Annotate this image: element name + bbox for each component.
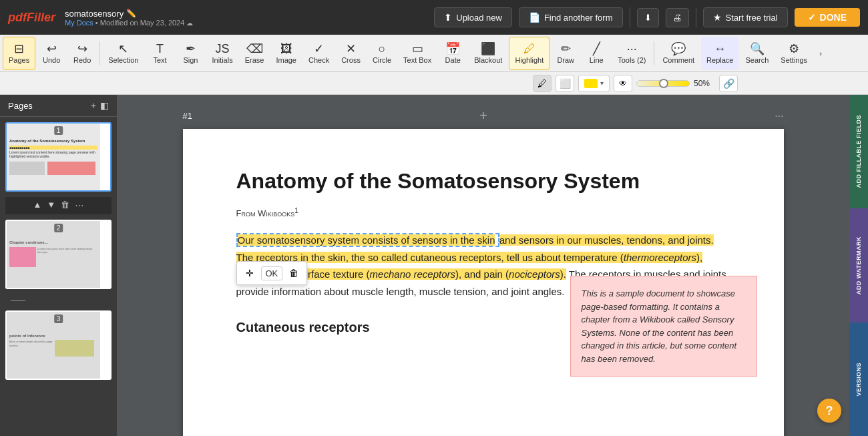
link-btn[interactable]: 🔗 bbox=[719, 75, 738, 92]
opacity-slider[interactable] bbox=[636, 80, 690, 87]
print-button[interactable]: 🖨 bbox=[666, 8, 689, 27]
check-label: Check bbox=[308, 56, 329, 64]
undo-tool[interactable]: ↩ Undo bbox=[37, 37, 66, 70]
settings-tool[interactable]: ⚙ Settings bbox=[775, 37, 813, 70]
versions-tab[interactable]: VERSIONS bbox=[849, 322, 868, 436]
textbox-label: Text Box bbox=[403, 56, 431, 64]
blackout-tool[interactable]: ⬛ Blackout bbox=[469, 37, 507, 70]
page-thumb-3[interactable]: points of Inference More content details… bbox=[5, 310, 112, 380]
page-down-btn[interactable]: ▼ bbox=[47, 200, 55, 212]
draw-tool[interactable]: ✏ Draw bbox=[551, 37, 580, 70]
tools-label: Tools (2) bbox=[618, 56, 646, 64]
page-up-btn[interactable]: ▲ bbox=[33, 200, 41, 212]
color-swatch bbox=[584, 79, 598, 88]
page-list: Anatomy of the Somatosensory System ■■■■… bbox=[0, 117, 117, 436]
erase-tool[interactable]: ⌫ Erase bbox=[240, 37, 270, 70]
date-label: Date bbox=[445, 56, 461, 64]
page-more-btn[interactable]: ··· bbox=[75, 200, 83, 212]
blackout-icon: ⬛ bbox=[481, 43, 495, 55]
initials-icon: JS bbox=[216, 43, 230, 55]
help-button[interactable]: ? bbox=[817, 399, 841, 423]
doc-title-text: somatosensory bbox=[65, 9, 124, 19]
redo-tool[interactable]: ↪ Redo bbox=[67, 37, 97, 70]
highlight-pen-btn[interactable]: 🖊 bbox=[533, 75, 552, 92]
highlighted-text: Our somatosensory system consists of sen… bbox=[238, 234, 495, 246]
download-button[interactable]: ⬇ bbox=[637, 8, 659, 27]
chevron-right-icon: › bbox=[819, 49, 822, 57]
comment-tool[interactable]: 💬 Comment bbox=[657, 37, 700, 70]
right-panel: ADD FILLABLE FIELDS ADD WATERMARK VERSIO… bbox=[849, 95, 868, 436]
sign-label: Sign bbox=[183, 56, 198, 64]
selection-label: Selection bbox=[108, 56, 138, 64]
delete-selection-btn[interactable]: 🗑 bbox=[285, 264, 302, 282]
textbox-tool[interactable]: ▭ Text Box bbox=[398, 37, 437, 70]
add-fillable-fields-tab[interactable]: ADD FILLABLE FIELDS bbox=[849, 95, 868, 208]
page-options-btn[interactable]: ··· bbox=[775, 110, 783, 122]
text-tool[interactable]: T Text bbox=[145, 37, 174, 70]
move-selection-btn[interactable]: ✛ bbox=[241, 264, 258, 282]
cross-tool[interactable]: ✕ Cross bbox=[336, 37, 366, 70]
highlight-rect-btn[interactable]: ⬜ bbox=[556, 75, 574, 92]
sign-tool[interactable]: ✒ Sign bbox=[176, 37, 205, 70]
doc-title: somatosensory ✏️ bbox=[65, 9, 193, 19]
color-picker[interactable]: ▾ bbox=[578, 75, 610, 92]
image-icon: 🖼 bbox=[280, 43, 292, 55]
document-title: Anatomy of the Somatosensory System bbox=[236, 169, 730, 194]
replace-tool[interactable]: ↔ Replace bbox=[701, 37, 738, 70]
ok-btn[interactable]: OK bbox=[261, 266, 283, 280]
page1-num: 1 bbox=[54, 126, 63, 135]
erase-icon: ⌫ bbox=[246, 43, 263, 55]
pages-sidebar: Pages + ◧ Anatomy of the Somatosensory S… bbox=[0, 95, 117, 436]
pages-add-icon[interactable]: + bbox=[91, 100, 96, 111]
nociceptors-text: nociceptors bbox=[509, 268, 560, 280]
page-thumb-2[interactable]: Chapter continues... Content text goes h… bbox=[5, 220, 112, 289]
edit-icon: ✏️ bbox=[126, 9, 136, 18]
date-icon: 📅 bbox=[445, 43, 460, 55]
draw-icon: ✏ bbox=[561, 43, 571, 55]
done-button[interactable]: ✓ DONE bbox=[795, 8, 860, 27]
redo-label: Redo bbox=[73, 56, 91, 64]
highlight-tool[interactable]: 🖊 Highlight bbox=[509, 37, 550, 70]
tools-tool[interactable]: ··· Tools (2) bbox=[612, 37, 651, 70]
add-page-btn[interactable]: + bbox=[479, 108, 487, 124]
start-free-trial-button[interactable]: ★ Start free trial bbox=[703, 7, 788, 27]
cross-icon: ✕ bbox=[346, 43, 356, 55]
page-thumb-1[interactable]: Anatomy of the Somatosensory System ■■■■… bbox=[5, 122, 112, 192]
selection-icon: ↖ bbox=[118, 43, 128, 55]
circle-label: Circle bbox=[373, 56, 391, 64]
page1-actions: ▲ ▼ 🗑 ··· bbox=[5, 197, 112, 214]
settings-label: Settings bbox=[781, 56, 807, 64]
doc-modified-sep: • bbox=[95, 19, 100, 27]
mechanoreceptors-text: mechano receptors bbox=[370, 268, 455, 280]
line-tool[interactable]: ╱ Line bbox=[582, 37, 611, 70]
pages-collapse-icon[interactable]: ◧ bbox=[100, 100, 109, 111]
opacity-eye-btn[interactable]: 👁 bbox=[614, 75, 632, 92]
search-tool[interactable]: 🔍 Search bbox=[740, 37, 774, 70]
color-chevron-icon: ▾ bbox=[600, 79, 604, 87]
page-delete-btn[interactable]: 🗑 bbox=[61, 200, 69, 212]
add-watermark-tab[interactable]: ADD WATERMARK bbox=[849, 208, 868, 322]
sign-icon: ✒ bbox=[186, 43, 196, 55]
pages-header-icons: + ◧ bbox=[91, 100, 109, 111]
settings-icon: ⚙ bbox=[789, 43, 799, 55]
image-tool[interactable]: 🖼 Image bbox=[270, 37, 302, 70]
pages-tool[interactable]: ⊟ Pages bbox=[3, 37, 35, 70]
circle-tool[interactable]: ○ Circle bbox=[367, 37, 397, 70]
initials-tool[interactable]: JS Initials bbox=[206, 37, 238, 70]
pages-header: Pages + ◧ bbox=[0, 95, 117, 117]
upload-new-button[interactable]: ⬆ Upload new bbox=[434, 7, 512, 27]
my-docs-link: My Docs bbox=[65, 19, 93, 27]
date-tool[interactable]: 📅 Date bbox=[438, 37, 467, 70]
done-label: DONE bbox=[820, 12, 847, 23]
footnote-sup: 1 bbox=[294, 207, 298, 214]
circle-icon: ○ bbox=[379, 43, 386, 55]
thermoreceptors-text: thermoreceptors bbox=[624, 252, 696, 263]
find-another-form-button[interactable]: 📄 Find another form bbox=[519, 7, 623, 27]
collapse-toolbar-button[interactable]: › bbox=[814, 37, 827, 70]
toolbar-sep2 bbox=[654, 41, 654, 65]
pages-title: Pages bbox=[8, 101, 33, 111]
image-label: Image bbox=[276, 56, 296, 64]
search-icon: 🔍 bbox=[750, 43, 765, 55]
check-tool[interactable]: ✓ Check bbox=[303, 37, 335, 70]
selection-tool[interactable]: ↖ Selection bbox=[103, 37, 144, 70]
